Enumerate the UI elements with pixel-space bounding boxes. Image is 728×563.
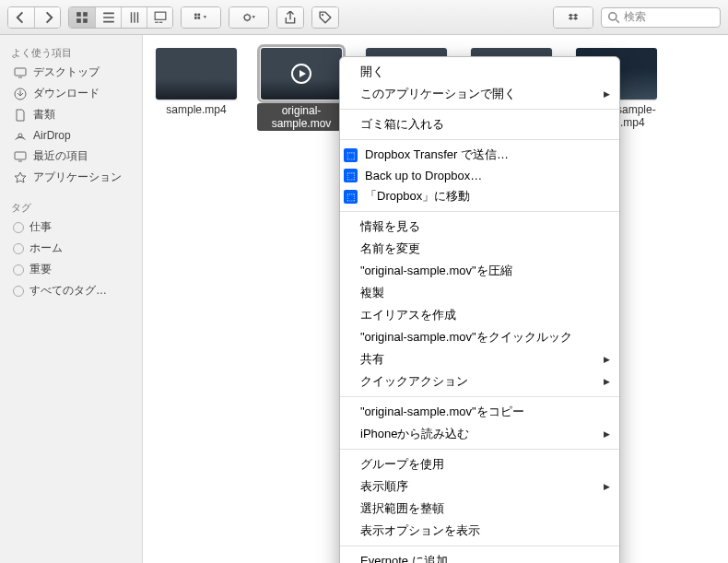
tag-important[interactable]: 重要 bbox=[0, 259, 142, 280]
sidebar-item-recents[interactable]: 最近の項目 bbox=[0, 146, 142, 167]
column-view-button[interactable] bbox=[121, 7, 147, 28]
svg-rect-10 bbox=[198, 17, 201, 19]
sidebar-item-applications[interactable]: アプリケーション bbox=[0, 167, 142, 188]
ctx-quicklook[interactable]: "original-sample.mov"をクイックルック bbox=[340, 326, 619, 348]
favorites-header: よく使う項目 bbox=[0, 42, 142, 62]
svg-point-13 bbox=[609, 12, 616, 19]
recents-icon bbox=[13, 149, 28, 164]
svg-rect-6 bbox=[159, 21, 162, 22]
dropbox-icon: ⬚ bbox=[344, 169, 358, 182]
file-name: sample.mp4 bbox=[166, 103, 226, 116]
svg-rect-3 bbox=[83, 18, 88, 23]
tag-circle-icon bbox=[13, 243, 24, 254]
ctx-view-options[interactable]: 表示オプションを表示 bbox=[340, 520, 619, 542]
dropbox-icon: ⬚ bbox=[344, 148, 358, 162]
svg-rect-5 bbox=[155, 21, 159, 22]
svg-point-12 bbox=[322, 13, 323, 15]
tag-circle-icon bbox=[13, 222, 24, 233]
back-button[interactable] bbox=[8, 7, 34, 28]
ctx-quick-actions[interactable]: クイックアクション bbox=[340, 370, 619, 393]
svg-rect-4 bbox=[155, 12, 166, 19]
arrange-group bbox=[181, 6, 221, 29]
svg-rect-2 bbox=[76, 18, 81, 23]
video-thumbnail bbox=[261, 48, 342, 100]
svg-rect-0 bbox=[76, 12, 81, 17]
ctx-use-groups[interactable]: グループを使用 bbox=[340, 453, 619, 475]
ctx-get-info[interactable]: 情報を見る bbox=[340, 216, 619, 238]
separator bbox=[340, 139, 619, 140]
list-view-button[interactable] bbox=[95, 7, 121, 28]
svg-rect-1 bbox=[83, 12, 88, 17]
action-group bbox=[229, 6, 269, 29]
ctx-rename[interactable]: 名前を変更 bbox=[340, 238, 619, 260]
dropbox-icon: ⬚ bbox=[344, 190, 358, 204]
ctx-trash[interactable]: ゴミ箱に入れる bbox=[340, 113, 619, 135]
svg-rect-17 bbox=[15, 152, 26, 159]
file-item-selected[interactable]: original-sample.mov bbox=[257, 48, 346, 131]
ctx-duplicate[interactable]: 複製 bbox=[340, 282, 619, 304]
applications-icon bbox=[13, 170, 28, 185]
sidebar-item-downloads[interactable]: ダウンロード bbox=[0, 83, 142, 104]
ctx-open[interactable]: 開く bbox=[340, 61, 619, 83]
separator bbox=[340, 449, 619, 450]
tag-home[interactable]: ホーム bbox=[0, 238, 142, 259]
svg-rect-8 bbox=[198, 13, 201, 16]
dropbox-group bbox=[553, 6, 593, 29]
search-icon bbox=[607, 11, 620, 24]
airdrop-icon bbox=[13, 128, 28, 143]
ctx-dropbox-backup[interactable]: ⬚Back up to Dropbox… bbox=[340, 166, 619, 185]
tag-circle-icon bbox=[13, 286, 24, 297]
context-menu: 開く このアプリケーションで開く ゴミ箱に入れる ⬚Dropbox Transf… bbox=[339, 56, 620, 563]
ctx-import-iphone[interactable]: iPhoneから読み込む bbox=[340, 423, 619, 445]
file-item[interactable]: sample.mp4 bbox=[152, 48, 241, 131]
gallery-view-button[interactable] bbox=[147, 7, 172, 28]
ctx-dropbox-transfer[interactable]: ⬚Dropbox Transfer で送信… bbox=[340, 144, 619, 166]
search-field[interactable]: 検索 bbox=[601, 7, 721, 28]
svg-point-11 bbox=[244, 14, 250, 19]
sidebar-item-desktop[interactable]: デスクトップ bbox=[0, 62, 142, 83]
forward-button[interactable] bbox=[34, 7, 60, 28]
ctx-evernote[interactable]: Evernote に追加 bbox=[340, 550, 619, 563]
video-thumbnail bbox=[156, 48, 237, 100]
view-mode-group bbox=[68, 6, 173, 29]
ctx-share[interactable]: 共有 bbox=[340, 348, 619, 370]
tag-work[interactable]: 仕事 bbox=[0, 217, 142, 238]
share-group bbox=[276, 6, 304, 29]
ctx-dropbox-move[interactable]: ⬚「Dropbox」に移動 bbox=[340, 185, 619, 207]
ctx-open-with[interactable]: このアプリケーションで開く bbox=[340, 83, 619, 105]
ctx-copy[interactable]: "original-sample.mov"をコピー bbox=[340, 401, 619, 423]
sidebar-item-documents[interactable]: 書類 bbox=[0, 104, 142, 125]
nav-buttons bbox=[7, 6, 61, 29]
tag-circle-icon bbox=[13, 264, 24, 276]
search-placeholder: 検索 bbox=[624, 9, 646, 25]
play-icon bbox=[291, 64, 311, 84]
ctx-compress[interactable]: "original-sample.mov"を圧縮 bbox=[340, 260, 619, 282]
dropbox-button[interactable] bbox=[554, 7, 593, 28]
icon-view-button[interactable] bbox=[69, 7, 95, 28]
tags-button[interactable] bbox=[312, 7, 338, 28]
tags-group bbox=[311, 6, 339, 29]
svg-rect-14 bbox=[15, 68, 26, 76]
ctx-make-alias[interactable]: エイリアスを作成 bbox=[340, 304, 619, 326]
downloads-icon bbox=[13, 87, 28, 101]
tag-all[interactable]: すべてのタグ… bbox=[0, 280, 142, 301]
separator bbox=[340, 545, 619, 546]
separator bbox=[340, 109, 619, 110]
svg-rect-7 bbox=[194, 13, 197, 16]
desktop-icon bbox=[13, 65, 28, 80]
share-button[interactable] bbox=[277, 7, 303, 28]
action-button[interactable] bbox=[229, 7, 268, 28]
svg-rect-9 bbox=[194, 17, 197, 19]
arrange-button[interactable] bbox=[182, 7, 220, 28]
file-name: original-sample.mov bbox=[257, 103, 346, 131]
documents-icon bbox=[13, 108, 28, 123]
sidebar: よく使う項目 デスクトップ ダウンロード 書類 AirDrop 最近の項目 アプ… bbox=[0, 35, 143, 563]
ctx-sort-by[interactable]: 表示順序 bbox=[340, 475, 619, 498]
ctx-cleanup[interactable]: 選択範囲を整頓 bbox=[340, 498, 619, 520]
sidebar-item-airdrop[interactable]: AirDrop bbox=[0, 125, 142, 146]
tags-header: タグ bbox=[0, 197, 142, 217]
separator bbox=[340, 396, 619, 397]
separator bbox=[340, 211, 619, 212]
toolbar: 検索 bbox=[0, 0, 728, 35]
